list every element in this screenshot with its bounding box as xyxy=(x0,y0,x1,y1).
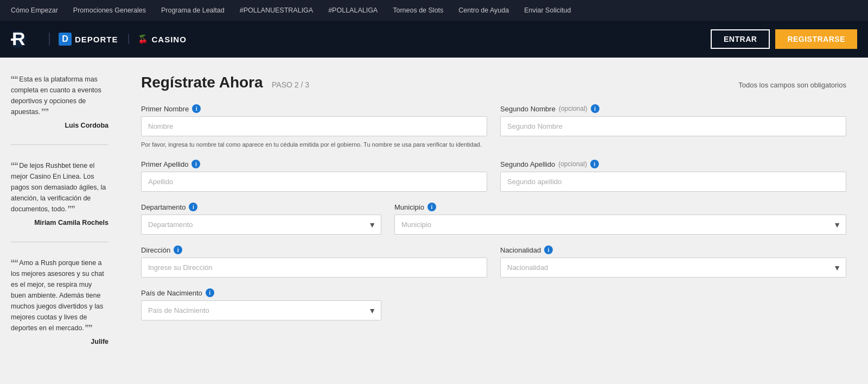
segundo-apellido-group: Segundo Apellido (opcional) i xyxy=(500,160,846,192)
primer-nombre-group: Primer Nombre i Por favor, ingresa tu no… xyxy=(141,104,487,149)
testimonial-1-text: Esta es la plataforma mas completa en cu… xyxy=(11,74,108,117)
testimonial-1: Esta es la plataforma mas completa en cu… xyxy=(11,74,108,145)
registration-form-area: Regístrate Ahora PASO 2 / 3 Todos los ca… xyxy=(119,58,868,384)
form-title-area: Regístrate Ahora PASO 2 / 3 xyxy=(141,74,309,91)
testimonial-2-author: Miriam Camila Rochels xyxy=(11,219,108,226)
departamento-select-wrapper: Departamento ▼ xyxy=(141,215,381,235)
deporte-brand[interactable]: D DEPORTE xyxy=(49,33,118,46)
deporte-label: DEPORTE xyxy=(75,35,118,44)
name-row: Primer Nombre i Por favor, ingresa tu no… xyxy=(141,104,846,149)
direccion-label: Dirección i xyxy=(141,245,487,254)
form-title: Regístrate Ahora xyxy=(141,74,263,91)
nav-pollanuestraliga[interactable]: #POLLANUESTRALIGA xyxy=(240,7,313,14)
page-content: Esta es la plataforma mas completa en cu… xyxy=(0,58,868,384)
form-header: Regístrate Ahora PASO 2 / 3 Todos los ca… xyxy=(141,74,846,91)
main-header: R D DEPORTE 🍒 CASINO ENTRAR REGISTRARSE xyxy=(0,21,868,58)
segundo-apellido-label: Segundo Apellido (opcional) i xyxy=(500,160,846,168)
primer-apellido-input[interactable] xyxy=(141,172,487,192)
segundo-apellido-info-icon[interactable]: i xyxy=(590,160,599,168)
primer-apellido-info-icon[interactable]: i xyxy=(192,160,200,168)
top-navigation: Cómo Empezar Promociones Generales Progr… xyxy=(0,0,868,21)
direccion-group: Dirección i xyxy=(141,245,487,278)
nav-promociones[interactable]: Promociones Generales xyxy=(73,7,146,14)
testimonials-sidebar: Esta es la plataforma mas completa en cu… xyxy=(0,58,119,384)
primer-nombre-info-icon[interactable]: i xyxy=(192,104,201,113)
header-logo-area: R D DEPORTE 🍒 CASINO xyxy=(11,29,187,49)
pais-nacimiento-info-icon[interactable]: i xyxy=(206,288,214,297)
testimonial-3-text: Amo a Rush porque tiene a los mejores as… xyxy=(11,257,108,333)
primer-apellido-group: Primer Apellido i xyxy=(141,160,487,192)
primer-nombre-label: Primer Nombre i xyxy=(141,104,487,113)
deporte-icon: D xyxy=(59,33,72,46)
testimonial-2-text: De lejos Rushbet tiene el mejor Casino E… xyxy=(11,160,108,215)
municipio-select[interactable]: Municipio xyxy=(394,215,846,235)
nacionalidad-info-icon[interactable]: i xyxy=(544,245,553,254)
header-buttons: ENTRAR REGISTRARSE xyxy=(711,29,857,49)
nacionalidad-select-wrapper: Nacionalidad ▼ xyxy=(500,257,846,278)
nacionalidad-label: Nacionalidad i xyxy=(500,245,846,254)
form-step: PASO 2 / 3 xyxy=(272,80,309,89)
nacionalidad-select[interactable]: Nacionalidad xyxy=(500,257,846,278)
nav-torneos[interactable]: Torneos de Slots xyxy=(393,7,443,14)
casino-brand[interactable]: 🍒 CASINO xyxy=(128,34,187,44)
testimonial-3-author: Julife xyxy=(11,338,108,345)
segundo-apellido-input[interactable] xyxy=(500,172,846,192)
municipio-group: Municipio i Municipio ▼ xyxy=(394,203,846,235)
address-row: Dirección i Nacionalidad i Nacionalidad … xyxy=(141,245,846,278)
pais-nacimiento-group: País de Nacimiento i País de Nacimiento … xyxy=(141,288,381,320)
registrarse-button[interactable]: REGISTRARSE xyxy=(775,29,857,49)
nav-pollalaliga[interactable]: #POLLALALIGA xyxy=(328,7,378,14)
direccion-info-icon[interactable]: i xyxy=(174,245,182,254)
apellido-row: Primer Apellido i Segundo Apellido (opci… xyxy=(141,160,846,192)
rushbet-logo[interactable]: R xyxy=(11,29,35,49)
nav-como-empezar[interactable]: Cómo Empezar xyxy=(11,7,58,14)
municipio-select-wrapper: Municipio ▼ xyxy=(394,215,846,235)
departamento-info-icon[interactable]: i xyxy=(189,203,197,211)
departamento-select[interactable]: Departamento xyxy=(141,215,381,235)
testimonial-3: Amo a Rush porque tiene a los mejores as… xyxy=(11,257,108,361)
segundo-nombre-group: Segundo Nombre (opcional) i xyxy=(500,104,846,149)
pais-nacimiento-select-wrapper: País de Nacimiento ▼ xyxy=(141,300,381,320)
casino-label: CASINO xyxy=(152,35,187,44)
entrar-button[interactable]: ENTRAR xyxy=(711,29,770,49)
nacionalidad-group: Nacionalidad i Nacionalidad ▼ xyxy=(500,245,846,278)
testimonial-2: De lejos Rushbet tiene el mejor Casino E… xyxy=(11,160,108,242)
segundo-nombre-label: Segundo Nombre (opcional) i xyxy=(500,104,846,113)
pais-nacimiento-label: País de Nacimiento i xyxy=(141,288,381,297)
testimonial-1-author: Luis Cordoba xyxy=(11,122,108,129)
nav-ayuda[interactable]: Centro de Ayuda xyxy=(458,7,509,14)
departamento-group: Departamento i Departamento ▼ xyxy=(141,203,381,235)
municipio-info-icon[interactable]: i xyxy=(427,203,436,211)
pais-nacimiento-select[interactable]: País de Nacimiento xyxy=(141,300,381,320)
departamento-label: Departamento i xyxy=(141,203,381,211)
segundo-nombre-info-icon[interactable]: i xyxy=(591,104,599,113)
location-row: Departamento i Departamento ▼ Municipio … xyxy=(141,203,846,235)
birth-country-row: País de Nacimiento i País de Nacimiento … xyxy=(141,288,846,320)
nav-lealtad[interactable]: Programa de Lealtad xyxy=(161,7,225,14)
cherry-icon: 🍒 xyxy=(138,34,149,44)
nav-solicitud[interactable]: Enviar Solicitud xyxy=(524,7,571,14)
primer-nombre-hint: Por favor, ingresa tu nombre tal como ap… xyxy=(141,141,487,149)
segundo-nombre-input[interactable] xyxy=(500,116,846,136)
primer-apellido-label: Primer Apellido i xyxy=(141,160,487,168)
primer-nombre-input[interactable] xyxy=(141,116,487,136)
municipio-label: Municipio i xyxy=(394,203,846,211)
form-required-notice: Todos los campos son obligatorios xyxy=(738,81,846,89)
direccion-input[interactable] xyxy=(141,257,487,278)
